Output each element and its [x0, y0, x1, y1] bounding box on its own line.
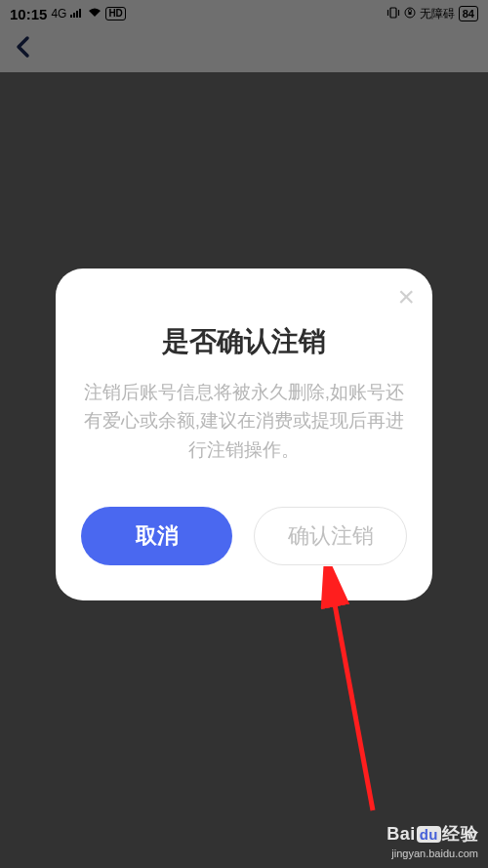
cancel-button[interactable]: 取消 — [81, 507, 232, 565]
watermark-url: jingyan.baidu.com — [386, 847, 478, 860]
watermark: Baidu经验 jingyan.baidu.com — [386, 823, 478, 860]
watermark-brand-prefix: Bai — [386, 824, 416, 844]
watermark-brand-suffix: 经验 — [442, 824, 478, 844]
modal-body-text: 注销后账号信息将被永久删除,如账号还有爱心或余额,建议在消费或提现后再进行注销操… — [81, 378, 407, 464]
confirm-logout-button[interactable]: 确认注销 — [254, 507, 407, 565]
modal-title: 是否确认注销 — [81, 323, 407, 360]
watermark-brand: Baidu经验 — [386, 823, 478, 846]
cancel-button-label: 取消 — [136, 521, 179, 551]
confirm-button-label: 确认注销 — [288, 521, 374, 551]
modal-close-button[interactable]: × — [397, 282, 415, 311]
confirm-logout-modal: × 是否确认注销 注销后账号信息将被永久删除,如账号还有爱心或余额,建议在消费或… — [56, 269, 432, 600]
watermark-brand-mid: du — [417, 826, 441, 843]
modal-actions: 取消 确认注销 — [81, 507, 407, 565]
